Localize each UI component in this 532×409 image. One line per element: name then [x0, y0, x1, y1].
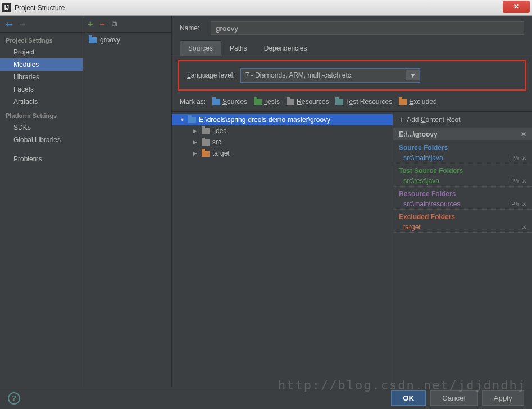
section-platform-settings: Platform Settings	[0, 108, 83, 121]
edit-icon[interactable]: P✎	[511, 178, 520, 184]
mark-as-label: Mark as:	[180, 98, 206, 106]
mark-sources[interactable]: Sources	[212, 98, 247, 106]
nav-facets[interactable]: Facets	[0, 83, 83, 96]
tree-item[interactable]: ▶ src	[172, 137, 393, 148]
module-list-panel: + − ⧉ groovy	[83, 16, 172, 387]
left-sidebar: ⬅ ➡ Project Settings Project Modules Lib…	[0, 16, 83, 387]
folder-path-label: target	[403, 223, 421, 231]
source-tree: ▼ E:\drools\spring-drools-demo-master\gr…	[172, 112, 393, 387]
path-actions: P✎✕	[511, 155, 526, 161]
tree-label: .idea	[212, 127, 227, 135]
nav-sdks[interactable]: SDKs	[0, 121, 83, 134]
tree-root[interactable]: ▼ E:\drools\spring-drools-demo-master\gr…	[172, 114, 393, 125]
close-icon[interactable]: ✕	[522, 178, 526, 184]
folder-section-header: Resource Folders	[393, 187, 532, 199]
tree-label: target	[212, 149, 230, 157]
module-item-groovy[interactable]: groovy	[83, 33, 171, 47]
path-actions: P✎✕	[511, 201, 526, 207]
section-project-settings: Project Settings	[0, 33, 83, 46]
mark-excluded[interactable]: Excluded	[399, 98, 436, 106]
close-icon[interactable]: ✕	[522, 155, 526, 161]
name-row: Name:	[172, 16, 532, 40]
nav-artifacts[interactable]: Artifacts	[0, 96, 83, 108]
main-layout: ⬅ ➡ Project Settings Project Modules Lib…	[0, 16, 532, 387]
expand-icon[interactable]: ▶	[193, 151, 199, 156]
tabs: Sources Paths Dependencies	[172, 40, 532, 56]
app-icon: IJ	[2, 3, 11, 12]
forward-arrow-icon[interactable]: ➡	[19, 20, 26, 29]
close-icon[interactable]: ✕	[521, 130, 526, 138]
close-icon[interactable]: ✕	[522, 201, 526, 207]
ok-button[interactable]: OK	[391, 390, 426, 406]
folder-icon	[399, 99, 407, 105]
module-name-input[interactable]	[211, 21, 524, 35]
folder-path-label: src\main\java	[403, 154, 443, 162]
plus-icon: +	[399, 115, 403, 124]
folder-icon	[202, 128, 210, 134]
close-icon[interactable]: ✕	[522, 224, 526, 230]
language-level-select[interactable]: 7 - Diamonds, ARM, multi-catch etc. ▼	[240, 68, 420, 83]
tree-item[interactable]: ▶ target	[172, 148, 393, 159]
expand-icon[interactable]: ▼	[180, 117, 185, 122]
edit-icon[interactable]: P✎	[511, 155, 520, 161]
nav-global-libraries[interactable]: Global Libraries	[0, 134, 83, 146]
close-button[interactable]: ✕	[503, 1, 530, 13]
folder-path-label: src\main\resources	[403, 200, 460, 208]
nav-libraries[interactable]: Libraries	[0, 71, 83, 83]
path-actions: P✎✕	[511, 178, 526, 184]
cancel-button[interactable]: Cancel	[430, 390, 478, 406]
tab-sources[interactable]: Sources	[180, 40, 221, 56]
folder-path[interactable]: target✕	[393, 222, 532, 233]
folder-icon	[254, 99, 262, 105]
right-panel: Name: Sources Paths Dependencies LLangua…	[172, 16, 532, 387]
edit-icon[interactable]: P✎	[511, 201, 520, 207]
path-actions: ✕	[522, 224, 526, 230]
folder-section-header: Test Source Folders	[393, 163, 532, 176]
apply-button[interactable]: Apply	[482, 390, 524, 406]
nav-project[interactable]: Project	[0, 46, 83, 58]
folder-path[interactable]: src\main\javaP✎✕	[393, 153, 532, 163]
folder-section-header: Excluded Folders	[393, 210, 532, 222]
add-content-root[interactable]: + Add Content Root	[393, 112, 532, 128]
footer: ? OK Cancel Apply	[0, 387, 532, 409]
window-title: Project Structure	[15, 4, 503, 12]
language-level-value: 7 - Diamonds, ARM, multi-catch etc.	[245, 71, 353, 79]
module-toolbar: + − ⧉	[83, 16, 171, 33]
expand-icon[interactable]: ▶	[193, 139, 199, 145]
content-root-path[interactable]: E:\...\groovy ✕	[393, 128, 532, 140]
folder-icon	[89, 37, 97, 43]
tree-label: src	[212, 138, 221, 146]
copy-module-icon[interactable]: ⧉	[112, 20, 117, 29]
folder-icon	[335, 99, 343, 105]
language-level-row: LLanguage level:anguage level: 7 - Diamo…	[178, 60, 526, 91]
folder-path[interactable]: src\main\resourcesP✎✕	[393, 199, 532, 210]
folder-icon	[202, 151, 210, 157]
add-module-icon[interactable]: +	[88, 19, 93, 29]
mark-test-resources[interactable]: Test Resources	[335, 98, 392, 106]
mark-tests[interactable]: Tests	[254, 98, 280, 106]
titlebar: IJ Project Structure ✕	[0, 0, 532, 16]
content-row: ▼ E:\drools\spring-drools-demo-master\gr…	[172, 111, 532, 387]
expand-icon[interactable]: ▶	[193, 128, 199, 134]
folder-path[interactable]: src\test\javaP✎✕	[393, 176, 532, 187]
folder-icon	[188, 117, 196, 123]
tab-paths[interactable]: Paths	[221, 40, 256, 56]
back-arrow-icon[interactable]: ⬅	[6, 20, 12, 29]
folder-path-label: src\test\java	[403, 177, 439, 185]
module-name: groovy	[100, 36, 120, 44]
folder-icon	[202, 139, 210, 146]
nav-problems[interactable]: Problems	[0, 153, 83, 165]
chevron-down-icon: ▼	[406, 70, 420, 80]
tree-root-label: E:\drools\spring-drools-demo-master\groo…	[199, 116, 330, 124]
tab-dependencies[interactable]: Dependencies	[256, 40, 316, 56]
remove-module-icon[interactable]: −	[99, 19, 104, 29]
language-level-label: LLanguage level:anguage level:	[187, 71, 235, 79]
help-button[interactable]: ?	[8, 392, 20, 405]
mark-as-row: Mark as: Sources Tests Resources Test Re…	[172, 92, 532, 111]
mark-resources[interactable]: Resources	[287, 98, 329, 106]
nav-modules[interactable]: Modules	[0, 58, 83, 71]
folder-icon	[287, 99, 294, 105]
tree-item[interactable]: ▶ .idea	[172, 125, 393, 137]
nav-arrows: ⬅ ➡	[0, 16, 83, 33]
content-roots-panel: + Add Content Root E:\...\groovy ✕ Sourc…	[393, 112, 532, 387]
